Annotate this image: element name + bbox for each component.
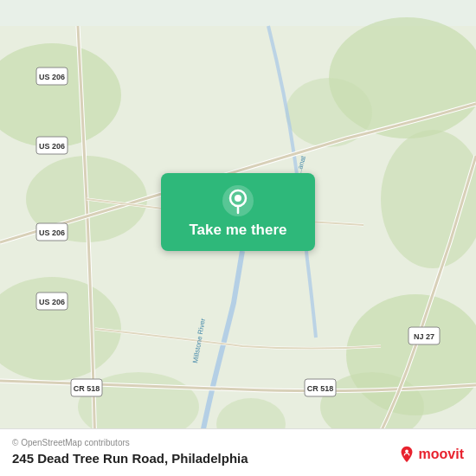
button-label: Take me there [189,222,286,239]
svg-text:US 206: US 206 [39,298,65,306]
svg-text:NJ 27: NJ 27 [414,332,434,341]
moovit-icon [397,445,416,464]
take-me-there-button[interactable]: Take me there [161,173,315,251]
svg-point-29 [235,195,241,202]
map-container: US 206 US 206 US 206 US 206 CR 518 CR 51… [0,0,476,476]
svg-text:CR 518: CR 518 [74,384,100,393]
svg-text:US 206: US 206 [39,228,65,237]
info-bar: © OpenStreetMap contributors 245 Dead Tr… [0,428,476,476]
svg-point-30 [405,450,408,453]
svg-text:US 206: US 206 [39,73,65,81]
svg-text:CR 518: CR 518 [307,384,334,393]
moovit-text: moovit [419,447,464,462]
location-pin-icon [222,185,254,216]
address-text: 245 Dead Tree Run Road, Philadelphia [12,451,248,466]
svg-text:US 206: US 206 [39,142,65,151]
moovit-logo: moovit [397,445,464,464]
